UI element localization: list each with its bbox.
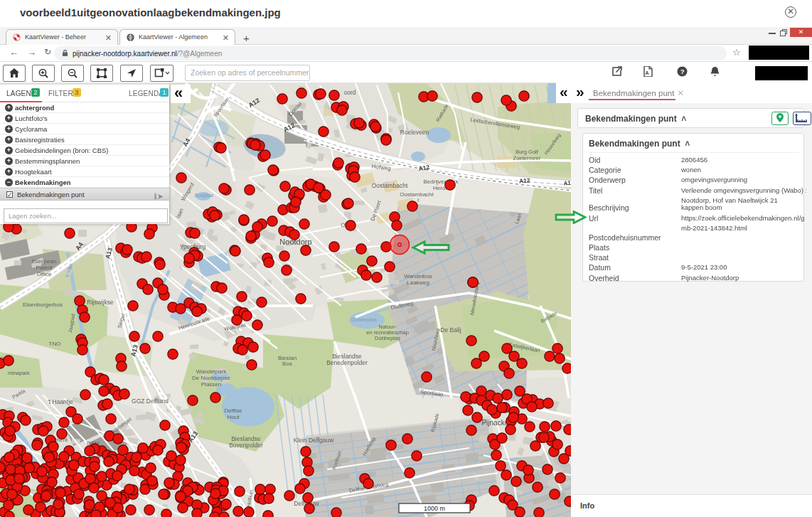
svg-text:Plassen: Plassen	[201, 381, 221, 388]
svg-text:Zoetermeer: Zoetermeer	[513, 155, 541, 161]
svg-text:?: ?	[680, 68, 685, 75]
svg-text:Klein Delfgauw: Klein Delfgauw	[294, 437, 335, 444]
svg-text:Laakweg: Laakweg	[407, 279, 429, 286]
svg-text:European: European	[32, 258, 57, 265]
svg-text:GGZ Delfland: GGZ Delfland	[132, 398, 169, 405]
svg-text:Dobbeplas: Dobbeplas	[375, 335, 400, 341]
svg-text:A12: A12	[563, 180, 571, 187]
svg-text:Bosplas: Bosplas	[195, 192, 214, 198]
svg-text:I: I	[417, 197, 419, 203]
svg-text:Oostambacht: Oostambacht	[372, 182, 408, 189]
svg-text:Elsenburgerbos: Elsenburgerbos	[23, 302, 63, 308]
svg-text:Rijswijkse: Rijswijkse	[87, 299, 114, 306]
svg-text:Wandelpark: Wandelpark	[196, 368, 227, 375]
svg-text:De Balij: De Balij	[440, 326, 461, 334]
svg-text:Roeleveen: Roeleveen	[400, 129, 429, 136]
svg-text:Dobbeplas: Dobbeplas	[351, 316, 377, 323]
svg-text:Office: Office	[37, 271, 52, 277]
svg-text:Patent: Patent	[36, 265, 53, 271]
svg-text:Benedenpolder: Benedenpolder	[326, 359, 368, 366]
svg-text:Hout: Hout	[228, 414, 240, 420]
svg-text:De Nootdorpse: De Nootdorpse	[192, 375, 230, 381]
svg-text:Delftse: Delftse	[225, 407, 242, 414]
svg-text:Bovenpolder: Bovenpolder	[229, 442, 263, 449]
svg-text:'t Haantje: 't Haantje	[48, 398, 73, 405]
svg-text:TNO: TNO	[49, 341, 61, 347]
svg-text:oord: oord	[343, 89, 356, 96]
svg-text:minapark: minapark	[8, 370, 30, 376]
svg-text:Wandelbos: Wandelbos	[404, 273, 432, 279]
svg-text:Bos: Bos	[282, 361, 292, 367]
svg-text:1000 m: 1000 m	[424, 505, 445, 512]
svg-text:A12: A12	[519, 176, 531, 184]
svg-text:A: A	[645, 70, 648, 75]
svg-text:Burg Golf: Burg Golf	[515, 149, 539, 155]
